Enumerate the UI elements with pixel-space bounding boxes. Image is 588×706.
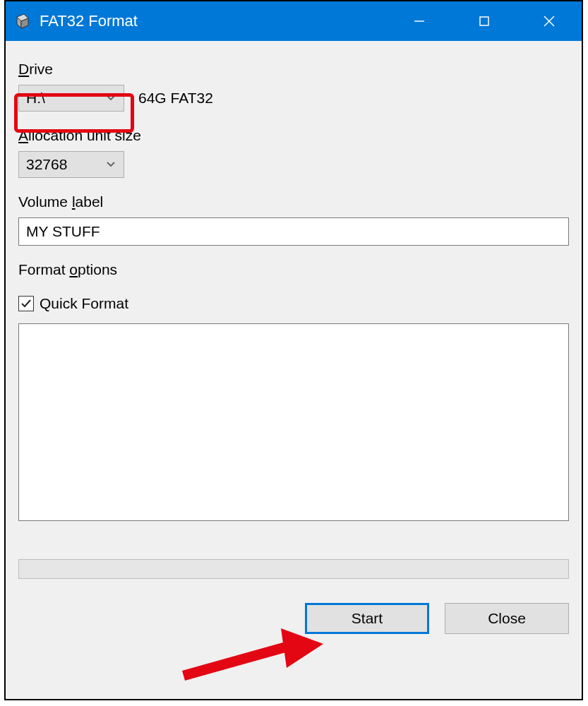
- minimize-button[interactable]: [387, 1, 452, 41]
- volume-label-input[interactable]: [18, 217, 569, 246]
- drive-info-text: 64G FAT32: [138, 90, 213, 107]
- close-window-button[interactable]: [517, 1, 582, 41]
- window-frame: FAT32 Format Drive H:\ 64G FAT32: [4, 0, 583, 700]
- format-options-label: Format options: [18, 261, 569, 278]
- svg-rect-4: [480, 17, 488, 25]
- window-controls: [387, 1, 582, 41]
- progress-bar: [18, 559, 569, 579]
- title-bar[interactable]: FAT32 Format: [6, 1, 582, 41]
- close-button[interactable]: Close: [445, 603, 569, 634]
- volume-label-label: Volume label: [18, 193, 569, 210]
- dialog-content: Drive H:\ 64G FAT32 Allocation unit size…: [6, 41, 582, 647]
- start-button[interactable]: Start: [305, 603, 429, 634]
- svg-marker-7: [182, 641, 291, 681]
- maximize-button[interactable]: [452, 1, 517, 41]
- app-icon: [13, 11, 32, 31]
- drive-select[interactable]: H:\: [18, 85, 124, 112]
- chevron-down-icon: [105, 156, 116, 173]
- allocation-select-value: 32768: [26, 156, 67, 173]
- allocation-label: Allocation unit size: [18, 127, 569, 144]
- log-output[interactable]: [18, 323, 569, 521]
- chevron-down-icon: [105, 90, 116, 107]
- drive-select-value: H:\: [26, 90, 45, 107]
- window-title: FAT32 Format: [40, 12, 138, 30]
- drive-label: Drive: [18, 61, 569, 78]
- quick-format-checkbox[interactable]: [18, 296, 34, 311]
- allocation-select[interactable]: 32768: [18, 151, 124, 178]
- quick-format-label: Quick Format: [40, 295, 128, 312]
